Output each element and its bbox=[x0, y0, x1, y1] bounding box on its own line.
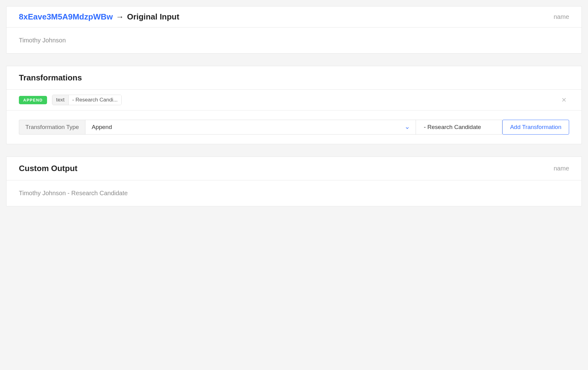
field-label: name bbox=[554, 13, 569, 20]
record-id-link[interactable]: 8xEave3M5A9MdzpWBw bbox=[19, 12, 113, 22]
transformation-item: APPEND text - Research Candi... ✕ bbox=[6, 90, 582, 110]
selected-type: Append bbox=[92, 124, 112, 131]
custom-output-header: Custom Output name bbox=[6, 157, 582, 180]
original-input-title-group: 8xEave3M5A9MdzpWBw → Original Input bbox=[19, 12, 179, 22]
original-input-value: Timothy Johnson bbox=[6, 28, 582, 53]
transformation-form: Transformation Type Append Add Transform… bbox=[6, 110, 582, 144]
param-label: text bbox=[52, 95, 68, 105]
transformation-item-left: APPEND text - Research Candi... bbox=[19, 95, 122, 105]
output-field-label: name bbox=[554, 165, 569, 172]
transformation-param: text - Research Candi... bbox=[52, 95, 122, 105]
transformations-card: Transformations APPEND text - Research C… bbox=[6, 66, 582, 144]
transformation-badge: APPEND bbox=[19, 96, 47, 104]
chevron-down-icon bbox=[405, 125, 409, 129]
transformations-title: Transformations bbox=[19, 73, 569, 83]
transformation-type-select[interactable]: Append bbox=[85, 120, 416, 135]
remove-transformation-button[interactable]: ✕ bbox=[559, 95, 569, 105]
arrow-icon: → bbox=[116, 12, 124, 22]
transformation-type-label: Transformation Type bbox=[19, 120, 85, 135]
transformation-value-input[interactable] bbox=[416, 120, 502, 135]
original-input-card: 8xEave3M5A9MdzpWBw → Original Input name… bbox=[6, 6, 582, 54]
original-input-title: Original Input bbox=[127, 12, 179, 22]
original-input-header: 8xEave3M5A9MdzpWBw → Original Input name bbox=[6, 6, 582, 28]
custom-output-card: Custom Output name Timothy Johnson - Res… bbox=[6, 157, 582, 206]
close-icon: ✕ bbox=[561, 97, 567, 103]
custom-output-value: Timothy Johnson - Research Candidate bbox=[6, 180, 582, 206]
custom-output-title: Custom Output bbox=[19, 164, 77, 173]
transformations-header: Transformations bbox=[6, 66, 582, 90]
add-transformation-button[interactable]: Add Transformation bbox=[502, 120, 569, 135]
param-value: - Research Candi... bbox=[69, 95, 121, 105]
